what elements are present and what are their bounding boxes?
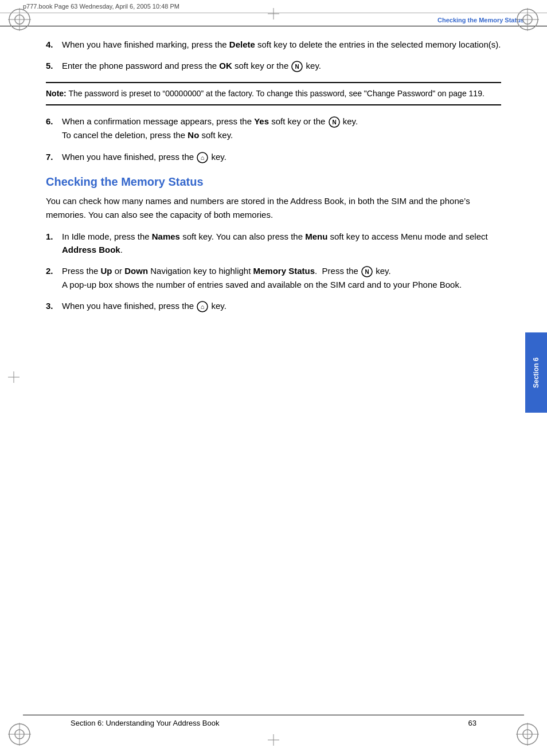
- note-box: Note: The password is preset to “0000000…: [46, 82, 501, 105]
- step-4-num: 4.: [46, 38, 62, 51]
- section-heading: Checking the Memory Status: [46, 175, 501, 189]
- section-step-1: 1. In Idle mode, press the Names soft ke…: [46, 230, 501, 257]
- end-key-icon: ⌂: [196, 151, 209, 164]
- step-7: 7. When you have finished, press the ⌂ k…: [46, 150, 501, 164]
- section-step-1-content: In Idle mode, press the Names soft key. …: [62, 230, 501, 257]
- svg-text:N: N: [295, 64, 299, 70]
- page-container: p777.book Page 63 Wednesday, April 6, 20…: [0, 0, 547, 756]
- yes-key-icon: N: [328, 116, 341, 128]
- step-7-content: When you have finished, press the ⌂ key.: [62, 150, 501, 164]
- svg-text:N: N: [332, 119, 336, 126]
- step-4-content: When you have finished marking, press th…: [62, 38, 501, 51]
- step-5-num: 5.: [46, 59, 62, 73]
- main-content: 4. When you have finished marking, press…: [0, 26, 547, 332]
- book-info-text: p777.book Page 63 Wednesday, April 6, 20…: [23, 3, 179, 10]
- svg-text:⌂: ⌂: [201, 303, 205, 310]
- section-step-2-num: 2.: [46, 264, 62, 291]
- section-step-3-num: 3.: [46, 299, 62, 313]
- svg-text:N: N: [365, 269, 369, 275]
- section-step-1-num: 1.: [46, 230, 62, 257]
- cross-bottom: [268, 734, 279, 748]
- section-step-3-content: When you have finished, press the ⌂ key.: [62, 299, 501, 313]
- section-body: You can check how many names and numbers…: [46, 194, 501, 222]
- section-step-2: 2. Press the Up or Down Navigation key t…: [46, 264, 501, 291]
- step-5-content: Enter the phone password and press the O…: [62, 59, 501, 73]
- steps-section-group: 1. In Idle mode, press the Names soft ke…: [46, 230, 501, 314]
- cross-left: [8, 371, 19, 385]
- steps-middle-group: 6. When a confirmation message appears, …: [46, 115, 501, 163]
- step-6-content: When a confirmation message appears, pre…: [62, 115, 501, 142]
- ok-key-icon: N: [291, 60, 303, 73]
- header-title: Checking the Memory Status: [437, 17, 524, 23]
- footer: Section 6: Understanding Your Address Bo…: [23, 715, 524, 727]
- step-4: 4. When you have finished marking, press…: [46, 38, 501, 51]
- footer-text: Section 6: Understanding Your Address Bo…: [71, 719, 476, 727]
- section-step-2-content: Press the Up or Down Navigation key to h…: [62, 264, 501, 291]
- cross-top: [268, 8, 279, 22]
- step-7-num: 7.: [46, 150, 62, 164]
- step-6-num: 6.: [46, 115, 62, 142]
- end-key-icon-2: ⌂: [196, 300, 209, 313]
- steps-top-group: 4. When you have finished marking, press…: [46, 38, 501, 73]
- note-text: The password is preset to “00000000” at …: [67, 89, 485, 98]
- section-step-3: 3. When you have finished, press the ⌂ k…: [46, 299, 501, 313]
- step-6: 6. When a confirmation message appears, …: [46, 115, 501, 142]
- step-5: 5. Enter the phone password and press th…: [46, 59, 501, 73]
- section-tab: Section 6: [525, 332, 547, 413]
- nav-key-icon: N: [361, 265, 373, 278]
- svg-text:⌂: ⌂: [201, 154, 205, 161]
- note-label: Note:: [46, 89, 67, 98]
